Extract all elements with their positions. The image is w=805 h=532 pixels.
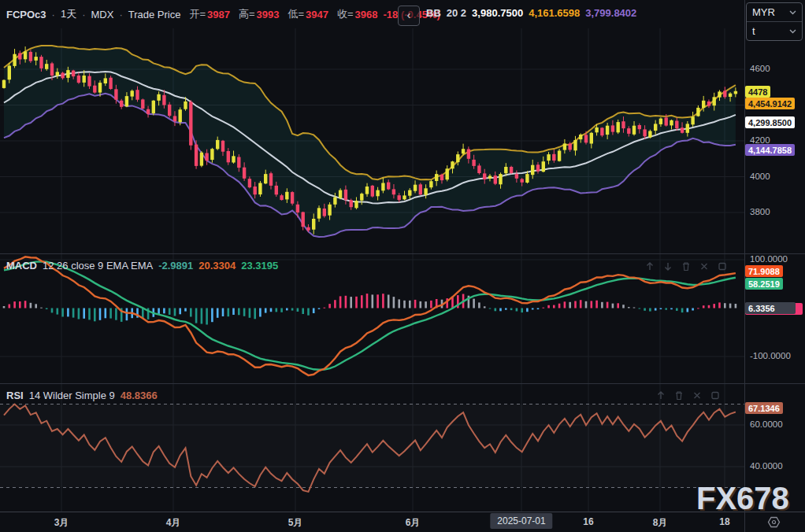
macd-line-value: 20.3304: [198, 260, 236, 272]
candle: [504, 167, 507, 173]
bb-params: 20 2: [447, 7, 466, 19]
candle: [611, 125, 614, 131]
macd-title[interactable]: MACD: [6, 260, 37, 272]
candle: [579, 135, 582, 139]
candle: [18, 54, 21, 60]
candle: [50, 64, 54, 76]
candle: [408, 190, 411, 196]
close-pane-icon[interactable]: [692, 390, 703, 401]
candle: [280, 195, 283, 200]
candle: [24, 51, 27, 59]
candle: [456, 154, 459, 162]
close-pane-icon[interactable]: [699, 260, 710, 272]
open-value: 3987: [207, 9, 230, 20]
move-pane-up-icon[interactable]: [655, 390, 666, 401]
time-tick-label: 16: [583, 516, 593, 527]
move-pane-up-icon[interactable]: [644, 260, 655, 272]
candle: [558, 151, 561, 161]
candle: [61, 73, 64, 79]
bb-upper-value: 4,161.6598: [529, 7, 580, 19]
candle: [291, 192, 294, 204]
candle: [521, 179, 524, 183]
pane-separator-macd[interactable]: [0, 253, 805, 254]
candle: [189, 102, 192, 145]
crosshair-date-badge: 2025-07-01: [490, 513, 552, 529]
legend-collapse-button[interactable]: ‹: [398, 6, 420, 26]
candle: [398, 195, 401, 200]
candle: [29, 52, 32, 61]
candle: [510, 167, 513, 173]
candle: [344, 190, 347, 200]
candle: [414, 185, 417, 191]
candle: [723, 91, 726, 97]
candle: [643, 129, 646, 136]
macd-tick-label: 100.0000: [750, 254, 788, 264]
candle: [531, 165, 534, 175]
candle: [573, 140, 577, 150]
macd-tick-label: -100.0000: [750, 351, 791, 360]
candle: [654, 124, 657, 131]
hexagon-settings-icon[interactable]: [766, 515, 781, 532]
candle: [221, 141, 224, 152]
high-label: 高=: [239, 7, 255, 21]
candle: [483, 173, 486, 179]
candle: [670, 120, 673, 126]
candle: [317, 208, 321, 218]
candle: [237, 157, 240, 168]
candle: [72, 71, 75, 77]
candle: [258, 183, 262, 195]
maximize-pane-icon[interactable]: [710, 390, 721, 401]
macd-pane-controls: [644, 260, 728, 272]
candle: [114, 89, 117, 99]
maximize-pane-icon[interactable]: [717, 260, 728, 272]
candle: [446, 168, 449, 179]
time-tick-label: 5月: [288, 516, 303, 530]
candle: [584, 135, 588, 142]
rsi-title[interactable]: RSI: [6, 390, 24, 401]
rsi-params: 14 Wilder Simple 9: [29, 390, 115, 401]
macd-line: [4, 257, 736, 375]
currency-dropdown[interactable]: MYR: [747, 3, 802, 21]
legend-separator: ·: [82, 9, 85, 20]
macd-params: 12 26 close 9 EMA EMA: [43, 260, 153, 272]
candle: [547, 154, 550, 161]
interval-label[interactable]: 1天: [61, 7, 76, 21]
candle: [275, 186, 278, 194]
unit-value: t: [752, 25, 755, 37]
candle: [536, 164, 540, 171]
unit-dropdown[interactable]: t: [747, 21, 802, 40]
delete-pane-icon[interactable]: [681, 260, 692, 272]
candle: [494, 175, 497, 184]
time-tick-label: 4月: [166, 516, 181, 530]
candle: [135, 90, 139, 100]
candle: [617, 122, 620, 132]
candle: [595, 127, 598, 132]
bb-lower-value: 3,799.8402: [585, 7, 636, 19]
candle: [638, 125, 641, 129]
candle: [200, 153, 203, 166]
candle: [162, 95, 165, 105]
candle: [718, 91, 721, 97]
candle: [147, 109, 150, 114]
bb-legend: BB 20 2 3,980.7500 4,161.6598 3,799.8402: [426, 7, 636, 19]
bb-title[interactable]: BB: [426, 7, 441, 19]
macd-hist-value: -2.9891: [158, 260, 193, 272]
move-pane-down-icon[interactable]: [662, 260, 673, 272]
macd-histogram: [3, 294, 736, 324]
delete-pane-icon[interactable]: [673, 390, 684, 401]
time-axis-border: [0, 512, 805, 512]
candle: [371, 186, 374, 197]
candle: [157, 94, 160, 101]
candle: [285, 192, 288, 200]
price-tick-label: 3800: [750, 207, 770, 216]
candle: [627, 128, 630, 134]
candle: [402, 195, 406, 199]
candle: [563, 143, 566, 150]
pane-separator-rsi[interactable]: [0, 383, 805, 384]
macd-lines: [4, 257, 736, 375]
price-badge: 4478: [745, 86, 770, 98]
candle: [569, 143, 572, 150]
candle: [488, 175, 492, 178]
rsi-value: 48.8366: [121, 390, 158, 401]
symbol-name[interactable]: FCPOc3: [6, 9, 46, 20]
